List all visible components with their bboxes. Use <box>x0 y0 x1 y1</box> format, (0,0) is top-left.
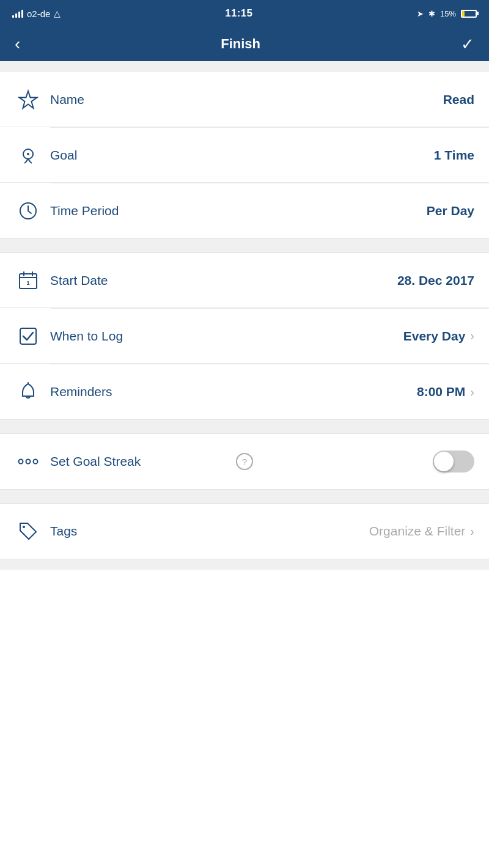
svg-point-6 <box>19 460 23 464</box>
svg-point-9 <box>23 526 25 528</box>
when-to-log-label: When to Log <box>50 329 403 344</box>
svg-text:1: 1 <box>26 280 29 286</box>
set-goal-streak-icon <box>15 456 42 467</box>
set-goal-streak-row[interactable]: Set Goal Streak ? <box>0 434 489 489</box>
set-goal-streak-label: Set Goal Streak <box>50 454 230 469</box>
start-date-row[interactable]: 1 Start Date 28. Dec 2017 <box>0 253 489 308</box>
status-bar: o2-de △ 11:15 ➤ ✱ 15% <box>0 0 489 27</box>
reminders-row[interactable]: Reminders 8:00 PM › <box>0 364 489 419</box>
when-to-log-value: Every Day <box>403 329 466 344</box>
start-date-label: Start Date <box>50 273 397 288</box>
start-date-icon: 1 <box>15 270 42 291</box>
battery-container <box>461 10 477 18</box>
svg-point-8 <box>34 460 38 464</box>
back-button[interactable]: ‹ <box>15 35 20 53</box>
time-period-value: Per Day <box>427 204 474 218</box>
signal-bar-2 <box>15 13 17 18</box>
battery-percent: 15% <box>440 9 456 18</box>
signal-bars <box>12 9 23 18</box>
section-gap-1 <box>0 238 489 253</box>
status-left: o2-de △ <box>12 9 61 19</box>
signal-bar-3 <box>18 12 20 18</box>
toggle-knob <box>434 452 454 471</box>
section-4: Tags Organize & Filter › <box>0 504 489 559</box>
bottom-gap <box>0 559 489 570</box>
start-date-value: 28. Dec 2017 <box>397 273 474 288</box>
when-to-log-row[interactable]: When to Log Every Day › <box>0 309 489 364</box>
confirm-button[interactable]: ✓ <box>461 35 474 54</box>
when-to-log-icon <box>15 326 42 347</box>
section-1: Name Read Goal 1 Time <box>0 72 489 238</box>
goal-label: Goal <box>50 148 434 163</box>
reminders-label: Reminders <box>50 384 417 399</box>
top-gap <box>0 61 489 72</box>
goal-streak-toggle[interactable] <box>433 451 474 473</box>
nav-title: Finish <box>221 36 260 52</box>
section-gap-2 <box>0 419 489 434</box>
goal-icon <box>15 145 42 166</box>
wifi-icon: △ <box>54 9 61 18</box>
signal-bar-4 <box>21 10 23 18</box>
location-icon: ➤ <box>417 9 424 18</box>
name-icon <box>15 89 42 110</box>
section-3: Set Goal Streak ? <box>0 434 489 489</box>
bluetooth-icon: ✱ <box>428 9 435 18</box>
name-value: Read <box>443 92 474 107</box>
time-period-row[interactable]: Time Period Per Day <box>0 183 489 238</box>
battery-icon <box>461 10 477 18</box>
tags-icon <box>15 521 42 542</box>
section-gap-3 <box>0 489 489 504</box>
section-2: 1 Start Date 28. Dec 2017 When to Log Ev… <box>0 253 489 419</box>
tags-chevron: › <box>470 524 474 539</box>
reminders-value: 8:00 PM <box>417 384 465 399</box>
reminders-icon <box>15 381 42 402</box>
name-row[interactable]: Name Read <box>0 72 489 127</box>
svg-point-1 <box>27 153 29 155</box>
when-to-log-chevron: › <box>470 329 474 343</box>
content: Name Read Goal 1 Time <box>0 61 489 570</box>
tags-label: Tags <box>50 524 369 539</box>
battery-fill <box>462 11 465 17</box>
goal-value: 1 Time <box>434 148 474 163</box>
goal-row[interactable]: Goal 1 Time <box>0 128 489 183</box>
status-right: ➤ ✱ 15% <box>417 9 477 18</box>
tags-row[interactable]: Tags Organize & Filter › <box>0 504 489 559</box>
name-label: Name <box>50 92 443 107</box>
time-period-icon <box>15 200 42 221</box>
nav-bar: ‹ Finish ✓ <box>0 27 489 61</box>
svg-point-7 <box>26 460 31 464</box>
tags-value: Organize & Filter <box>369 524 466 539</box>
carrier-label: o2-de <box>27 9 50 19</box>
status-time: 11:15 <box>225 7 252 20</box>
reminders-chevron: › <box>470 385 474 399</box>
help-circle[interactable]: ? <box>236 453 253 470</box>
signal-bar-1 <box>12 15 14 18</box>
time-period-label: Time Period <box>50 204 427 218</box>
